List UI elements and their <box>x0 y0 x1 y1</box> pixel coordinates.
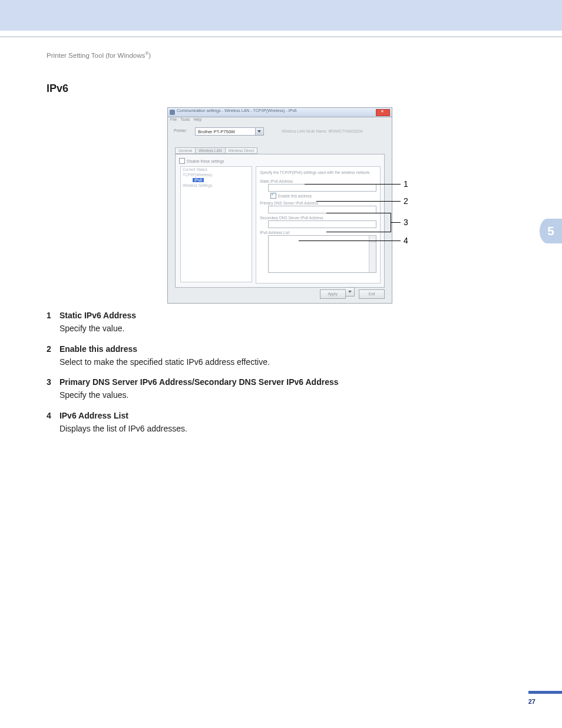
callout-line-3a <box>326 213 391 213</box>
tab-strip: GeneralWireless LANWireless Direct <box>175 147 257 154</box>
item-number: 2 <box>47 343 57 355</box>
pane-description: Specify the TCP/IP(IPv6) settings used w… <box>256 167 380 177</box>
chapter-tab: 5 <box>540 219 562 243</box>
item-term: Enable this address <box>59 344 137 354</box>
list-item: 3 Primary DNS Server IPv6 Address/Second… <box>47 376 515 401</box>
settings-dialog-screenshot: Communication settings - Wireless LAN - … <box>167 107 392 304</box>
dialog-button-bar: Apply Exit <box>318 287 385 299</box>
item-desc: Displays the list of IPv6 addresses. <box>59 423 513 434</box>
callout-number-4: 4 <box>404 236 408 245</box>
callout-definition-list: 1 Static IPv6 Address Specify the value.… <box>47 309 515 443</box>
header-banner <box>0 0 562 31</box>
node-name-label: Wireless LAN Node Name: BRW0C7F6A632D4 <box>282 129 363 133</box>
footer-accent-bar <box>528 691 562 694</box>
printer-label: Printer: <box>174 129 187 133</box>
static-ipv6-label: Static IPv6 Address <box>260 179 380 183</box>
menu-tools[interactable]: Tools <box>180 117 190 121</box>
settings-panel: Disable these settings Current Status TC… <box>175 154 385 288</box>
item-term: IPv6 Address List <box>59 411 128 420</box>
disable-settings-label: Disable these settings <box>187 159 224 163</box>
breadcrumb: Printer Setting Tool (for Windows®) <box>47 51 151 59</box>
breadcrumb-text: Printer Setting Tool (for Windows <box>47 52 145 59</box>
item-term: Static IPv6 Address <box>59 311 136 320</box>
item-desc: Specify the value. <box>59 322 513 334</box>
page-number: 27 <box>528 698 535 705</box>
item-term: Primary DNS Server IPv6 Address/Secondar… <box>59 377 339 387</box>
callout-number-3: 3 <box>404 218 408 227</box>
list-item: 1 Static IPv6 Address Specify the value. <box>47 309 515 335</box>
enable-address-checkbox[interactable]: Enable this address <box>270 193 380 199</box>
printer-dropdown[interactable]: Brother PT-P750W <box>195 127 264 136</box>
secondary-dns-input[interactable] <box>268 220 376 228</box>
scrollbar[interactable] <box>369 236 376 272</box>
enable-address-label: Enable this address <box>278 194 312 198</box>
apply-dropdown-icon[interactable] <box>346 287 355 297</box>
settings-tree[interactable]: Current Status TCP/IP(Wireless) IPv6 Wir… <box>180 166 252 282</box>
callout-line-4 <box>299 241 401 241</box>
page-heading: IPv6 <box>47 83 68 95</box>
tree-node-ipv6-selected[interactable]: IPv6 <box>193 178 204 182</box>
chevron-down-icon[interactable] <box>255 128 263 135</box>
tab-wireless-lan[interactable]: Wireless LAN <box>195 147 225 154</box>
list-item: 2 Enable this address Select to make the… <box>47 343 515 368</box>
callout-number-2: 2 <box>404 196 408 206</box>
menu-file[interactable]: File <box>170 117 177 121</box>
callout-line-1 <box>305 184 401 185</box>
callout-number-1: 1 <box>404 179 408 189</box>
callout-line-2 <box>316 201 401 202</box>
item-number: 3 <box>47 376 57 388</box>
document-page: Printer Setting Tool (for Windows®) IPv6… <box>0 0 562 728</box>
tree-node-tcpip[interactable]: TCP/IP(Wireless) <box>181 172 252 177</box>
secondary-dns-label: Secondary DNS Server IPv6 Address <box>260 216 380 220</box>
item-number: 4 <box>47 410 57 421</box>
item-desc: Specify the values. <box>59 389 513 401</box>
item-number: 1 <box>47 309 57 321</box>
header-separator <box>0 37 562 37</box>
callout-line-3b <box>326 232 391 232</box>
window-title: Communication settings - Wireless LAN - … <box>177 108 297 113</box>
primary-dns-label: Primary DNS Server IPv6 Address <box>260 201 380 205</box>
scroll-up-icon[interactable] <box>369 236 376 242</box>
checkbox-icon[interactable] <box>179 158 185 164</box>
tab-general[interactable]: General <box>175 147 196 154</box>
disable-settings-checkbox[interactable]: Disable these settings <box>179 158 224 164</box>
close-icon[interactable] <box>376 109 390 116</box>
printer-selected-value: Brother PT-P750W <box>198 129 235 134</box>
tree-node-wireless-settings[interactable]: Wireless Settings <box>181 183 252 188</box>
menu-help[interactable]: Help <box>193 117 201 121</box>
dialog-titlebar: Communication settings - Wireless LAN - … <box>168 108 392 117</box>
callout-line-3c <box>391 222 401 223</box>
static-ipv6-input[interactable] <box>268 184 376 192</box>
window-icon <box>170 110 175 115</box>
apply-button[interactable]: Apply <box>320 289 346 299</box>
breadcrumb-suffix: ) <box>148 52 151 59</box>
menu-bar: File Tools Help <box>170 117 202 121</box>
exit-button[interactable]: Exit <box>359 289 385 299</box>
item-desc: Select to make the specified static IPv6… <box>59 356 513 368</box>
tree-node-current-status[interactable]: Current Status <box>181 167 252 172</box>
checkbox-checked-icon[interactable] <box>270 193 276 199</box>
list-item: 4 IPv6 Address List Displays the list of… <box>47 410 515 435</box>
tab-wireless-direct[interactable]: Wireless Direct <box>225 147 258 154</box>
